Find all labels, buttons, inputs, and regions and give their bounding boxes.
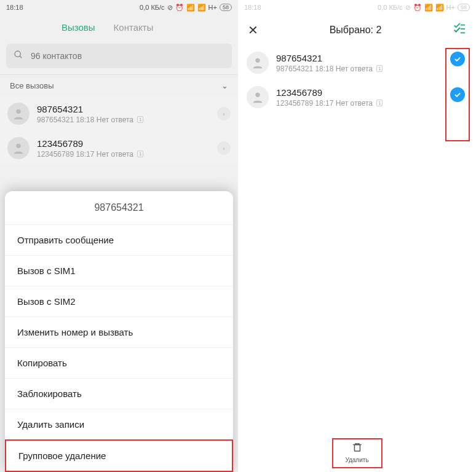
- status-sig: H+: [446, 4, 455, 11]
- sim-badge: 1: [376, 100, 383, 106]
- status-net: 0,0 КБ/с: [140, 4, 165, 11]
- call-meta: 123456789 18:17 Нет ответа1: [276, 99, 467, 108]
- call-number: 987654321: [37, 104, 210, 114]
- call-info: 987654321 987654321 18:18 Нет ответа1: [276, 53, 467, 73]
- signal2-icon: 📶: [435, 4, 444, 12]
- call-meta: 123456789 18:17 Нет ответа1: [37, 150, 210, 159]
- call-filter[interactable]: Все вызовы ⌄: [0, 74, 238, 96]
- status-right: 0,0 КБ/с ⊘ ⏰ 📶 📶 H+ 58: [140, 4, 232, 12]
- signal2-icon: 📶: [197, 4, 206, 12]
- sim-badge: 1: [137, 151, 143, 157]
- selection-title: Выбрано: 2: [330, 25, 382, 36]
- avatar-icon: [247, 86, 269, 108]
- call-number: 123456789: [37, 138, 210, 149]
- selection-row[interactable]: 987654321 987654321 18:18 Нет ответа1: [238, 45, 476, 80]
- status-bar: 18:18 0,0 КБ/с ⊘ ⏰ 📶 📶 H+ 58: [238, 0, 476, 15]
- call-row[interactable]: 987654321 987654321 18:18 Нет ответа1 ›: [0, 96, 238, 131]
- alarm2-icon: ⏰: [175, 4, 184, 12]
- selection-row[interactable]: 123456789 123456789 18:17 Нет ответа1: [238, 80, 476, 114]
- search-input[interactable]: [31, 51, 224, 61]
- chevron-right-icon[interactable]: ›: [217, 107, 231, 120]
- sheet-edit-call[interactable]: Изменить номер и вызвать: [5, 317, 233, 347]
- alarm-icon: ⊘: [405, 4, 411, 12]
- call-meta: 987654321 18:18 Нет ответа1: [37, 116, 210, 124]
- call-row[interactable]: 123456789 123456789 18:17 Нет ответа1 ›: [0, 131, 238, 165]
- svg-point-7: [255, 58, 260, 63]
- avatar-icon: [7, 137, 30, 159]
- close-icon[interactable]: ✕: [248, 23, 258, 37]
- sheet-block[interactable]: Заблокировать: [5, 378, 233, 409]
- status-time: 18:18: [244, 4, 261, 11]
- signal-icon: 📶: [186, 4, 195, 12]
- phone-left: 18:18 0,0 КБ/с ⊘ ⏰ 📶 📶 H+ 58 Вызовы Конт…: [0, 0, 238, 472]
- svg-point-0: [15, 51, 20, 57]
- filter-label: Все вызовы: [10, 81, 54, 90]
- search-icon: [14, 50, 23, 62]
- battery-icon: 58: [220, 4, 232, 11]
- tab-contacts[interactable]: Контакты: [114, 22, 154, 33]
- status-right: 0,0 КБ/с ⊘ ⏰ 📶 📶 H+ 58: [378, 4, 470, 12]
- svg-point-2: [16, 109, 20, 114]
- call-info: 123456789 123456789 18:17 Нет ответа1: [37, 138, 210, 159]
- status-bar: 18:18 0,0 КБ/с ⊘ ⏰ 📶 📶 H+ 58: [0, 0, 238, 15]
- checkmark-icon[interactable]: [450, 87, 465, 102]
- tabs: Вызовы Контакты: [0, 15, 238, 40]
- delete-label: Удалить: [345, 457, 368, 463]
- sheet-send-message[interactable]: Отправить сообщение: [5, 224, 233, 255]
- action-sheet: 987654321 Отправить сообщение Вызов с SI…: [5, 191, 233, 472]
- avatar-icon: [247, 52, 269, 74]
- call-meta: 987654321 18:18 Нет ответа1: [276, 65, 467, 73]
- phone-right: 18:18 0,0 КБ/с ⊘ ⏰ 📶 📶 H+ 58 ✕ Выбрано: …: [238, 0, 476, 472]
- alarm-icon: ⊘: [167, 4, 173, 12]
- call-number: 987654321: [276, 53, 467, 63]
- checkmarks-highlight: [445, 48, 470, 141]
- delete-button[interactable]: Удалить: [331, 438, 382, 468]
- status-sig: H+: [208, 4, 217, 11]
- chevron-right-icon[interactable]: ›: [217, 141, 231, 155]
- selection-header: ✕ Выбрано: 2: [238, 15, 476, 45]
- status-time: 18:18: [6, 4, 23, 11]
- sheet-call-sim1[interactable]: Вызов с SIM1: [5, 255, 233, 286]
- sim-badge: 1: [137, 116, 143, 123]
- alarm2-icon: ⏰: [413, 4, 422, 12]
- avatar-icon: [7, 103, 30, 125]
- search-bar[interactable]: [6, 44, 232, 68]
- tab-calls[interactable]: Вызовы: [61, 22, 95, 33]
- sim-badge: 1: [376, 65, 383, 72]
- signal-icon: 📶: [424, 4, 433, 12]
- sheet-title: 987654321: [5, 191, 233, 224]
- call-info: 123456789 123456789 18:17 Нет ответа1: [276, 87, 467, 108]
- svg-line-1: [20, 56, 22, 58]
- select-all-icon[interactable]: [453, 22, 466, 38]
- svg-point-3: [16, 144, 20, 148]
- battery-icon: 58: [458, 4, 470, 11]
- sheet-group-delete[interactable]: Групповое удаление: [5, 439, 233, 472]
- sheet-copy[interactable]: Копировать: [5, 347, 233, 378]
- status-net: 0,0 КБ/с: [378, 4, 403, 11]
- svg-rect-9: [354, 445, 360, 452]
- sheet-delete-records[interactable]: Удалить записи: [5, 409, 233, 439]
- svg-point-8: [255, 93, 260, 97]
- trash-icon: [352, 444, 363, 455]
- call-number: 123456789: [276, 87, 467, 98]
- sheet-call-sim2[interactable]: Вызов с SIM2: [5, 286, 233, 317]
- checkmark-icon[interactable]: [450, 52, 465, 66]
- call-info: 987654321 987654321 18:18 Нет ответа1: [37, 104, 210, 124]
- chevron-down-icon: ⌄: [221, 81, 228, 90]
